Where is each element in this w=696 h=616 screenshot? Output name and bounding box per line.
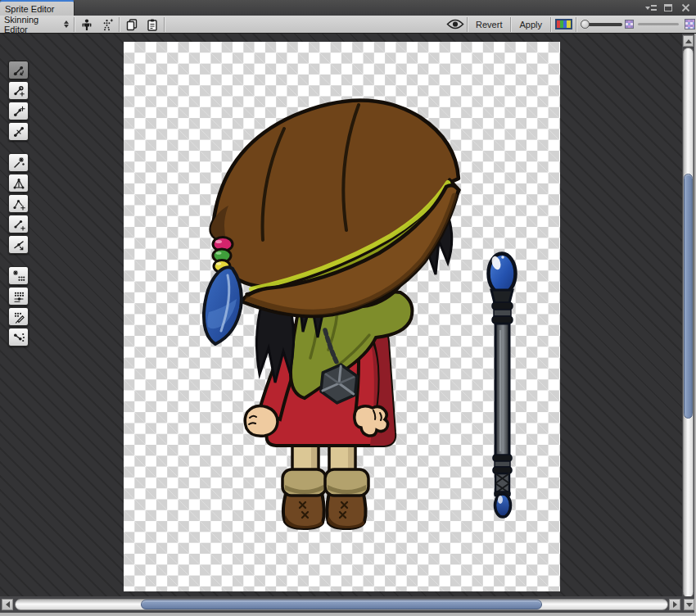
horizontal-scroll-thumb[interactable] [141, 600, 542, 609]
sprite-artwork [124, 42, 560, 591]
edit-geometry-button[interactable] [8, 174, 29, 192]
rgb-swatch-button[interactable] [553, 16, 574, 33]
scroll-down-arrow[interactable] [684, 599, 694, 610]
split-edge-icon [12, 238, 25, 251]
slider-track[interactable] [585, 23, 622, 26]
auto-geometry-icon [12, 156, 25, 170]
paste-icon [146, 18, 159, 31]
sprite-canvas[interactable] [124, 42, 560, 591]
create-bone-button[interactable] [8, 102, 29, 120]
horizontal-scroll-track[interactable] [15, 599, 668, 610]
vertical-scroll-track[interactable] [683, 48, 694, 598]
toolbar-separator [510, 17, 511, 32]
tab-sprite-editor[interactable]: Sprite Editor [0, 0, 75, 16]
mode-label: Skinning Editor [4, 15, 64, 34]
vertical-scrollbar[interactable] [682, 34, 694, 613]
eye-icon [446, 19, 464, 29]
bone-influence-button[interactable] [8, 328, 29, 346]
toolbar-separator [164, 17, 165, 32]
maximize-icon[interactable] [662, 2, 674, 13]
magic-staff [489, 254, 516, 518]
mode-dropdown[interactable]: Skinning Editor [0, 16, 72, 33]
character-icon [80, 18, 93, 31]
left-arrow-icon [6, 601, 10, 608]
tab-title: Sprite Editor [5, 4, 55, 14]
sprite-editor-window: Sprite Editor Skinning Editor [0, 0, 696, 616]
weight-slider-button[interactable] [8, 287, 29, 306]
character-button[interactable] [76, 16, 97, 33]
up-arrow-icon [685, 39, 692, 43]
revert-button[interactable]: Revert [469, 16, 508, 33]
visibility-button[interactable] [445, 16, 465, 33]
down-arrow-icon [686, 603, 693, 607]
create-bone-icon [12, 105, 25, 118]
right-arrow-icon [673, 601, 677, 608]
split-bone-icon [12, 125, 25, 138]
geometry-tools-group [8, 153, 29, 254]
scroll-up-arrow[interactable] [683, 35, 694, 47]
create-vertex-icon [12, 197, 25, 211]
weight-tools-group [8, 266, 29, 346]
apply-button[interactable]: Apply [513, 16, 549, 33]
toolbar-separator [550, 17, 551, 32]
texture-thumb-icon-2 [685, 19, 695, 29]
edit-joints-button[interactable] [8, 81, 29, 100]
skinning-tool-panel [8, 61, 29, 359]
create-edge-icon [12, 218, 25, 231]
opacity-slider-left[interactable] [581, 16, 623, 33]
toolbar-separator [74, 17, 75, 32]
bone-tools-group [8, 61, 29, 141]
witch-hat [211, 100, 459, 316]
edit-joints-icon [12, 84, 25, 97]
split-edge-button[interactable] [8, 235, 29, 254]
create-vertex-button[interactable] [8, 194, 29, 213]
toolbar-separator [576, 17, 576, 32]
pane-menu-icon[interactable] [645, 2, 657, 13]
dotted-character-icon [101, 18, 114, 31]
scroll-right-arrow[interactable] [669, 599, 680, 610]
weight-brush-icon [12, 310, 25, 324]
edit-geometry-icon [12, 177, 25, 190]
bone-influence-icon [12, 331, 25, 344]
weight-brush-button[interactable] [8, 307, 29, 326]
window-controls [645, 0, 691, 16]
window-edge-bottom [0, 613, 696, 616]
auto-weights-button[interactable] [8, 266, 29, 285]
toolbar-separator [119, 17, 120, 32]
close-icon[interactable] [680, 2, 691, 13]
vertical-scroll-thumb[interactable] [684, 174, 693, 419]
scroll-left-arrow[interactable] [2, 599, 13, 610]
horizontal-scrollbar[interactable] [0, 596, 682, 613]
auto-geometry-button[interactable] [8, 153, 29, 172]
dotted-character-button[interactable] [97, 16, 117, 33]
preview-pose-button[interactable] [8, 61, 29, 79]
witch-girl-character [204, 100, 459, 528]
dropdown-arrows-icon [64, 20, 69, 28]
weight-slider-icon [12, 290, 25, 303]
copy-icon [125, 18, 138, 31]
create-edge-button[interactable] [8, 215, 29, 233]
split-bone-button[interactable] [8, 122, 29, 141]
opacity-slider-right[interactable] [638, 16, 680, 33]
hat-feather [204, 267, 242, 344]
editor-content [0, 34, 696, 616]
copy-button[interactable] [121, 16, 142, 33]
main-toolbar: Skinning Editor [0, 16, 696, 34]
auto-weights-icon [12, 270, 25, 283]
witch-boot-cuffs [282, 469, 368, 496]
rgb-swatch-icon [555, 19, 572, 29]
preview-pose-icon [12, 64, 25, 77]
toolbar-separator [467, 17, 468, 32]
texture-thumb-icon [625, 20, 634, 29]
paste-button[interactable] [142, 16, 162, 33]
slider-track[interactable] [638, 23, 679, 25]
slider-handle[interactable] [581, 20, 590, 29]
tab-bar: Sprite Editor [0, 0, 696, 16]
